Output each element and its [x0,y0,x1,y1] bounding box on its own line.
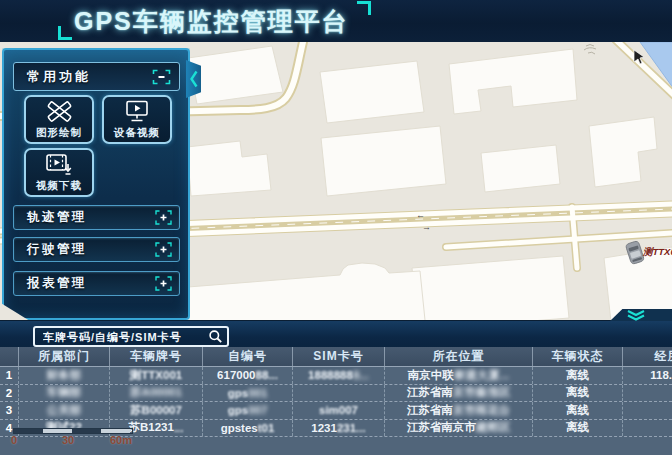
column-header[interactable]: 自编号 [203,347,293,366]
table-cell: 测TTX001 [110,367,203,384]
table-cell: 江苏省南京市建邺区 [385,420,533,437]
map-scale: 0 30 60m [13,428,163,447]
button-label: 视频下载 [36,179,82,193]
table-cell [623,402,672,419]
table-cell: 车辆部 [19,385,110,402]
expand-plus-icon[interactable] [155,210,172,225]
search-toolbar [0,320,672,348]
app-header: GPS车辆监控管理平台 [0,0,672,42]
map-scale-label: 0 [11,434,17,446]
section-driving-management[interactable]: 行驶管理 [13,237,180,262]
device-video-icon [124,100,150,124]
corner-bracket-icon [58,26,72,40]
double-chevron-down-icon [626,310,646,321]
table-cell: 18888888... [293,367,385,384]
search-box [33,326,229,347]
table-header-row: 所属部门车辆牌号自编号SIM卡号所在位置车辆状态经度 [0,347,672,367]
vehicle-marker-label: 测TTX001 [642,246,672,257]
row-index: 3 [0,402,19,419]
table-cell: 离线 [533,402,623,419]
vehicle-search-input[interactable] [35,331,203,343]
button-label: 图形绘制 [36,126,82,140]
table-cell: 苏A00001 [110,385,203,402]
table-cell: gpstest01 [203,420,293,437]
table-cell: 离线 [533,367,623,384]
section-track-management[interactable]: 轨迹管理 [13,205,180,230]
section-label: 行驶管理 [27,241,87,258]
table-cell: 公关部 [19,402,110,419]
button-draw-graphics[interactable]: 图形绘制 [24,95,94,144]
gps-platform-screen: ← → 测TTX001 GPS车辆监控管理平台 常用功能 [0,0,672,455]
panel-title: 常用功能 [27,68,91,86]
draw-graphics-icon [46,100,73,124]
panel-header: 常用功能 [13,62,180,91]
column-header[interactable]: 经度 [623,347,672,366]
panel-collapse-tab[interactable] [186,60,201,98]
table-cell: gps001 [203,385,293,402]
column-header[interactable]: SIM卡号 [293,347,385,366]
table-cell: 江苏省南京市雨花台 [385,402,533,419]
column-header[interactable]: 所在位置 [385,347,533,366]
table-cell: 财务部 [19,367,110,384]
column-header[interactable]: 车辆牌号 [110,347,203,366]
table-cell: sim007 [293,402,385,419]
table-cell [623,420,672,437]
expand-plus-icon[interactable] [155,276,172,291]
search-icon[interactable] [203,329,227,344]
row-index: 1 [0,367,19,384]
section-report-management[interactable]: 报表管理 [13,271,180,296]
table-cell: 苏B00007 [110,402,203,419]
column-header[interactable]: 车辆状态 [533,347,623,366]
column-header[interactable] [0,347,19,366]
button-label: 设备视频 [114,126,160,140]
map-scale-label: 60m [110,434,132,446]
corner-bracket-icon [357,1,371,15]
table-cell: 江苏省南京市秦淮区 [385,385,533,402]
column-header[interactable]: 所属部门 [19,347,110,366]
function-button-grid: 图形绘制 设备视频 [24,95,180,197]
table-cell: 61700088... [203,367,293,384]
panel-section-list: 轨迹管理 行驶管理 [13,205,180,296]
app-title-wrap: GPS车辆监控管理平台 [60,5,363,38]
table-cell: 南京中联泰通大厦... [385,367,533,384]
table-cell: 离线 [533,420,623,437]
function-panel: 常用功能 图形绘制 [2,48,190,320]
svg-text:←: ← [416,210,425,220]
section-label: 报表管理 [27,275,87,292]
chevron-left-icon [189,69,199,89]
table-cell: 1231231... [293,420,385,437]
app-title: GPS车辆监控管理平台 [74,7,349,35]
section-label: 轨迹管理 [27,209,87,226]
row-index: 2 [0,385,19,402]
table-row[interactable]: 3公关部苏B00007gps007sim007江苏省南京市雨花台离线 [0,402,672,420]
button-video-download[interactable]: 视频下载 [24,148,94,197]
table-cell: 118.76 [623,367,672,384]
svg-text:→: → [422,222,431,232]
table-row[interactable]: 2车辆部苏A00001gps001江苏省南京市秦淮区离线 [0,385,672,403]
video-download-icon [45,153,73,177]
table-cell [293,385,385,402]
table-cell [623,385,672,402]
table-row[interactable]: 1财务部测TTX00161700088...18888888...南京中联泰通大… [0,367,672,385]
table-cell: 离线 [533,385,623,402]
button-device-video[interactable]: 设备视频 [102,95,172,144]
expand-plus-icon[interactable] [155,242,172,257]
map-scale-label: 30 [62,434,74,446]
table-cell: gps007 [203,402,293,419]
minimize-icon[interactable] [152,69,171,85]
